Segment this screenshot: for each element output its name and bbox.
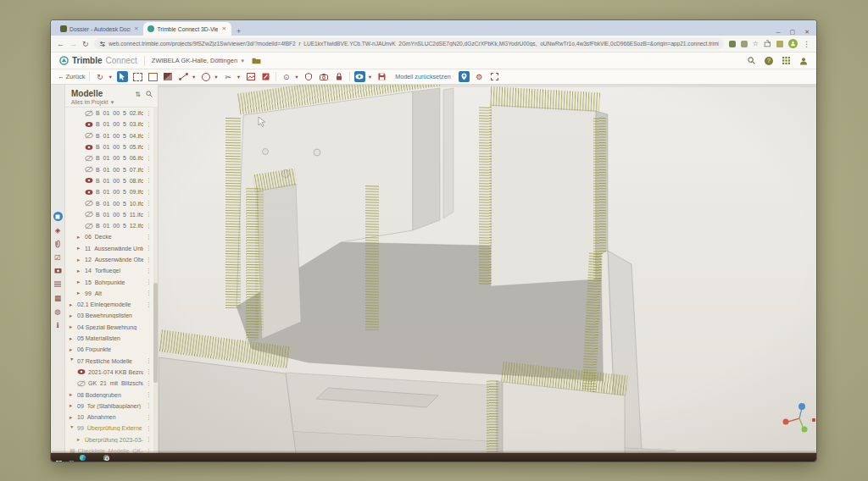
overflow-menu-icon[interactable]: ⋮ [146, 166, 152, 173]
todos-icon[interactable]: ☑ [53, 252, 63, 262]
axis-y-green[interactable] [802, 427, 808, 433]
caret-icon[interactable]: ▸ [70, 323, 75, 330]
overflow-menu-icon[interactable]: ⋮ [146, 279, 152, 285]
snapshots-icon[interactable] [53, 266, 63, 275]
minimize-icon[interactable]: ─ [776, 30, 781, 36]
overflow-menu-icon[interactable]: ⋮ [146, 189, 152, 196]
start-icon[interactable] [56, 455, 62, 461]
tab-trimble-connect[interactable]: Trimble Connect 3D-Viewer - 2 ✕ [143, 22, 231, 36]
visibility-on-icon[interactable] [85, 189, 93, 196]
overflow-menu-icon[interactable]: ⋮ [146, 357, 152, 364]
caret-icon[interactable]: ▸ [70, 312, 75, 319]
lock-icon[interactable] [334, 71, 345, 82]
axis-x-red[interactable] [783, 419, 789, 425]
close-tab-icon[interactable]: ✕ [133, 25, 139, 32]
visibility-off-icon[interactable] [85, 223, 93, 229]
overflow-menu-icon[interactable]: ⋮ [146, 301, 152, 308]
views-icon[interactable]: ◈ [53, 225, 63, 235]
extension-icon[interactable] [741, 41, 748, 47]
visibility-on-icon[interactable] [85, 121, 93, 128]
shield-icon[interactable] [303, 71, 314, 82]
overflow-menu-icon[interactable]: ⋮ [146, 368, 152, 375]
tree-row[interactable]: B_01_00_5_10.ifc⋮ [65, 197, 153, 208]
caret-icon[interactable]: ▸ [70, 301, 75, 308]
overflow-menu-icon[interactable]: ⋮ [146, 414, 152, 421]
caret-icon[interactable]: ▸ [70, 391, 75, 398]
overflow-menu-icon[interactable]: ⋮ [146, 132, 152, 139]
caret-icon[interactable]: ▸ [77, 279, 82, 285]
tree-row[interactable]: B_01_00_5_09.ifc⋮ [65, 186, 153, 197]
tree-row[interactable]: ▸07 Restliche Modelle⋮ [65, 356, 153, 367]
caret-icon[interactable]: ▸ [70, 402, 75, 409]
tree-row[interactable]: ▸04 Spezial Bewehrung [65, 322, 153, 333]
overflow-menu-icon[interactable]: ⋮ [146, 200, 152, 207]
tree-row[interactable]: ▸15_Bohrpunkte⋮ [65, 276, 153, 287]
tree-row[interactable]: ▸10_Abnahmen⋮ [65, 412, 153, 423]
pen-markup-icon[interactable] [260, 71, 271, 82]
overflow-menu-icon[interactable]: ⋮ [146, 380, 152, 387]
tables-icon[interactable]: ▦ [53, 293, 63, 302]
panel-scrollbar[interactable] [153, 107, 158, 453]
search-icon[interactable] [748, 57, 755, 64]
axis-home-dot[interactable] [812, 418, 815, 422]
chevron-down-icon[interactable]: ▼ [192, 75, 196, 80]
close-icon[interactable]: ✕ [804, 29, 810, 36]
tree-row[interactable]: ▸08 Bodengruben⋮ [65, 389, 153, 400]
sync-icon[interactable]: ↻ [94, 71, 105, 82]
side-panel-icon[interactable] [776, 41, 783, 47]
visibility-off-icon[interactable] [85, 132, 93, 139]
overflow-menu-icon[interactable]: ⋮ [146, 268, 152, 274]
refresh-icon[interactable]: ↻ [82, 40, 89, 48]
project-selector[interactable]: ZWIBELA GK-Halle, Döttingen ▼ [152, 57, 245, 64]
organizer-icon[interactable]: ◍ [53, 307, 63, 316]
tree-row[interactable]: ▸05 Materiallisten [65, 333, 153, 344]
edge-icon[interactable] [80, 455, 86, 461]
forward-icon[interactable]: → [70, 40, 77, 48]
measure-icon[interactable] [178, 71, 189, 82]
overflow-menu-icon[interactable]: ⋮ [146, 257, 152, 263]
caret-icon[interactable]: ▸ [77, 257, 82, 263]
apps-grid-icon[interactable] [782, 57, 790, 64]
chevron-down-icon[interactable]: ▼ [214, 75, 218, 80]
caret-icon[interactable]: ▸ [69, 426, 75, 431]
tree-row[interactable]: ▸02.1 Einlegemodelle⋮ [65, 299, 153, 310]
camera-icon[interactable] [319, 71, 330, 82]
chevron-down-icon[interactable]: ▼ [294, 75, 298, 80]
tree-row[interactable]: ▸06_Decke⋮ [65, 231, 153, 242]
back-button[interactable]: ←Zurück [58, 73, 85, 80]
scrollbar-thumb[interactable] [153, 283, 158, 383]
visibility-off-icon[interactable] [85, 200, 93, 207]
overflow-menu-icon[interactable]: ⋮ [146, 144, 152, 151]
puzzle-icon[interactable] [764, 40, 771, 47]
visibility-off-icon[interactable] [85, 166, 93, 173]
caret-icon[interactable]: ▸ [70, 335, 75, 342]
tab-autodesk-docs[interactable]: Dossier - Autodesk Docs ✕ [56, 22, 143, 36]
pointer-tool-icon[interactable] [117, 71, 128, 82]
caret-icon[interactable]: ▸ [70, 346, 75, 353]
split-view-icon[interactable] [163, 71, 174, 82]
overflow-menu-icon[interactable]: ⋮ [146, 436, 152, 443]
info-icon[interactable]: ℹ [53, 320, 63, 329]
browser-menu-icon[interactable]: ⋮ [803, 40, 810, 48]
user-avatar-icon[interactable] [799, 57, 808, 65]
chevron-down-icon[interactable]: ▼ [108, 75, 112, 80]
maximize-icon[interactable]: ▢ [790, 29, 796, 36]
chevron-down-icon[interactable]: ▼ [368, 75, 372, 80]
chrome-icon[interactable] [103, 455, 109, 461]
tree-row[interactable]: ▸09_Tor (Stahlbauplaner)⋮ [65, 401, 153, 412]
profile-avatar[interactable] [788, 39, 798, 48]
tree-row[interactable]: ▸12_Aussenwände Oben⋮ [65, 254, 153, 265]
caret-icon[interactable]: ▸ [77, 436, 82, 443]
tree-row[interactable]: ▸99_Alt⋮ [65, 288, 153, 299]
visibility-on-icon[interactable] [85, 177, 93, 184]
tree-row[interactable]: B_01_00_5_04.ifc⋮ [65, 130, 153, 141]
overflow-menu-icon[interactable]: ⋮ [146, 245, 152, 252]
task-view-icon[interactable] [68, 455, 74, 461]
tree-row[interactable]: ▸03 Bewehrungslisten [65, 310, 153, 321]
tree-row[interactable]: ▸14_Torfluegel⋮ [65, 265, 153, 276]
search-icon[interactable] [146, 91, 153, 97]
target-icon[interactable]: ⊙ [281, 71, 292, 82]
caret-icon[interactable]: ▸ [77, 290, 82, 296]
tree-row[interactable]: B_01_00_5_02.ifc⋮ [65, 108, 153, 119]
overflow-menu-icon[interactable]: ⋮ [146, 155, 152, 162]
